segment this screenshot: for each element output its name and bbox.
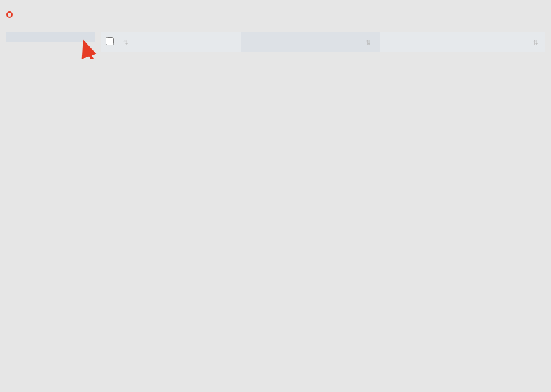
keywords-table: ⇅ ⇅ ⇅ [101, 32, 545, 52]
keyword-groups-sidebar [6, 32, 95, 42]
col-keyword[interactable]: ⇅ [118, 32, 220, 52]
mode-tabs [6, 24, 95, 32]
sidebar-header[interactable] [6, 32, 95, 42]
summary-bar [95, 24, 545, 32]
sort-icon: ⇅ [366, 39, 371, 46]
sort-icon: ⇅ [533, 39, 538, 46]
applied-filters-highlight [6, 11, 13, 18]
keywords-table-wrap: ⇅ ⇅ ⇅ [101, 32, 545, 52]
select-all-checkbox[interactable] [106, 37, 114, 45]
col-volume[interactable]: ⇅ [241, 32, 379, 52]
col-trend[interactable] [380, 32, 424, 52]
filters-row [6, 11, 545, 18]
col-kd[interactable]: ⇅ [424, 32, 545, 52]
sort-icon: ⇅ [123, 39, 129, 46]
